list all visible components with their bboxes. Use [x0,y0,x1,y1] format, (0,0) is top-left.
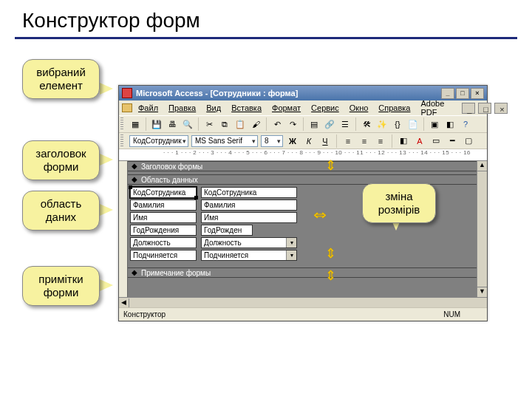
align-right-button[interactable]: ≡ [374,134,387,148]
bold-button[interactable]: Ж [286,134,299,148]
callout-selected-element: вибранийелемент [22,59,100,99]
callout-tail [100,83,113,95]
resize-arrow-horizontal-icon: ⇔ [313,207,327,223]
view-button[interactable]: ▦ [129,117,142,131]
code-button[interactable]: {} [391,117,404,131]
field-textbox[interactable]: КодСотрудника [201,187,297,198]
object-combo[interactable]: КодСотрудник [129,135,188,147]
toolbar-grip[interactable] [120,134,123,148]
inner-maximize-button[interactable]: □ [478,103,491,114]
field-textbox[interactable]: Имя [201,212,297,223]
field-textbox[interactable]: ГодРожден [201,225,253,236]
section-footer-label: Примечание формы [141,269,211,277]
menu-help[interactable]: Справка [374,102,415,114]
underline-button[interactable]: Ч [318,134,332,148]
callout-data-area: областьданих [22,191,100,231]
cut-button[interactable]: ✂ [202,117,216,131]
inner-minimize-button[interactable]: _ [462,103,475,114]
redo-button[interactable]: ↷ [286,117,299,131]
section-detail-label: Область данных [141,176,198,184]
inner-close-button[interactable]: × [494,103,508,114]
maximize-button[interactable]: □ [456,88,469,99]
autoformat-button[interactable]: ✨ [375,117,389,131]
section-marker-icon: ◆ [131,176,138,183]
section-form-header-bar[interactable]: ◆ Заголовок формы [128,161,487,171]
help-button[interactable]: ? [459,117,472,131]
field-list-button[interactable]: ☰ [338,117,352,131]
toolbox-button[interactable]: 🛠 [360,117,373,131]
hyperlink-button[interactable]: 🔗 [323,117,336,131]
callout-tail [100,154,113,166]
properties-button[interactable]: 📄 [406,117,420,131]
callout-tail [100,279,113,291]
status-num: NUM [443,310,460,318]
menu-edit[interactable]: Правка [164,102,200,114]
field-label[interactable]: ГодРождения [130,225,197,236]
menu-service[interactable]: Сервис [307,102,344,114]
form-footer-area[interactable] [128,278,487,288]
callout-resize: змінарозмірів [362,183,436,223]
save-button[interactable]: 💾 [150,117,163,131]
scroll-up-icon[interactable]: ▲ [477,161,487,171]
align-center-button[interactable]: ≡ [358,134,371,148]
section-form-header-label: Заголовок формы [141,163,202,171]
insert-button[interactable]: ▤ [307,117,321,131]
fontsize-combo[interactable]: 8 [261,135,283,147]
fillcolor-button[interactable]: ◧ [397,134,410,148]
toolbar-grip[interactable] [120,117,123,131]
field-label[interactable]: КодСотрудника [130,187,197,198]
italic-button[interactable]: К [302,134,316,148]
field-label[interactable]: Фамилия [130,200,197,211]
vertical-ruler[interactable] [119,161,128,307]
close-button[interactable]: × [471,88,484,99]
field-label[interactable]: Имя [130,212,197,223]
align-left-button[interactable]: ≡ [341,134,355,148]
copy-button[interactable]: ⧉ [218,117,231,131]
status-mode: Конструктор [123,310,166,318]
new-object-button[interactable]: ◧ [443,117,457,131]
font-combo[interactable]: MS Sans Serif [191,135,258,147]
menu-file[interactable]: Файл [134,102,163,114]
db-window-button[interactable]: ▣ [428,117,441,131]
menu-window[interactable]: Окно [345,102,373,114]
section-detail-bar[interactable]: ◆ Область данных [128,174,487,185]
specialeffect-button[interactable]: ▢ [462,134,475,148]
resize-arrow-vertical-icon: ⇕ [325,245,336,262]
scroll-left-icon[interactable]: ◀ [119,299,129,307]
menu-view[interactable]: Вид [202,102,225,114]
callout-form-notes: приміткиформи [22,266,100,306]
field-label[interactable]: Должность [130,237,197,248]
horizontal-scrollbar[interactable]: ◀ [119,297,487,307]
field-combobox[interactable]: Подчиняется▾ [201,250,297,261]
fontcolor-button[interactable]: A [413,134,426,148]
resize-arrow-vertical-icon: ⇕ [325,157,336,174]
scroll-down-icon[interactable]: ▼ [477,287,487,297]
statusbar: Конструктор NUM [119,307,487,321]
standard-toolbar: ▦ 💾 🖶 🔍 ✂ ⧉ 📋 🖌 ↶ ↷ ▤ 🔗 ☰ 🛠 ✨ {} 📄 ▣ ◧ ? [119,115,487,133]
callout-tail [100,204,113,216]
chevron-down-icon[interactable]: ▾ [286,238,296,248]
lineweight-button[interactable]: ━ [446,134,459,148]
format-toolbar: КодСотрудник MS Sans Serif 8 Ж К Ч ≡ ≡ ≡… [119,133,487,149]
resize-arrow-vertical-icon: ⇕ [325,267,336,284]
undo-button[interactable]: ↶ [270,117,284,131]
form-designer[interactable]: ◆ Заголовок формы ◆ Область данных КодСо… [119,161,487,307]
preview-button[interactable]: 🔍 [181,117,194,131]
linecolor-button[interactable]: ▭ [429,134,443,148]
field-label[interactable]: Подчиняется [130,250,197,261]
print-button[interactable]: 🖶 [166,117,179,131]
vertical-scrollbar[interactable]: ▲ ▼ [477,161,487,297]
menu-format[interactable]: Формат [267,102,305,114]
chevron-down-icon[interactable]: ▾ [286,250,296,260]
paste-button[interactable]: 📋 [233,117,247,131]
app-icon [122,88,132,98]
page-title: Конструктор форм [0,0,532,37]
section-footer-bar[interactable]: ◆ Примечание формы [128,267,487,278]
doc-icon [122,103,132,112]
ruler[interactable]: · · · 1 · · · 2 · · · 3 · · · 4 · · · 5 … [119,149,487,161]
menubar: Файл Правка Вид Вставка Формат Сервис Ок… [119,100,487,115]
format-painter-button[interactable]: 🖌 [249,117,262,131]
field-combobox[interactable]: Должность▾ [201,237,297,248]
menu-insert[interactable]: Вставка [227,102,266,114]
field-textbox[interactable]: Фамилия [201,200,297,211]
